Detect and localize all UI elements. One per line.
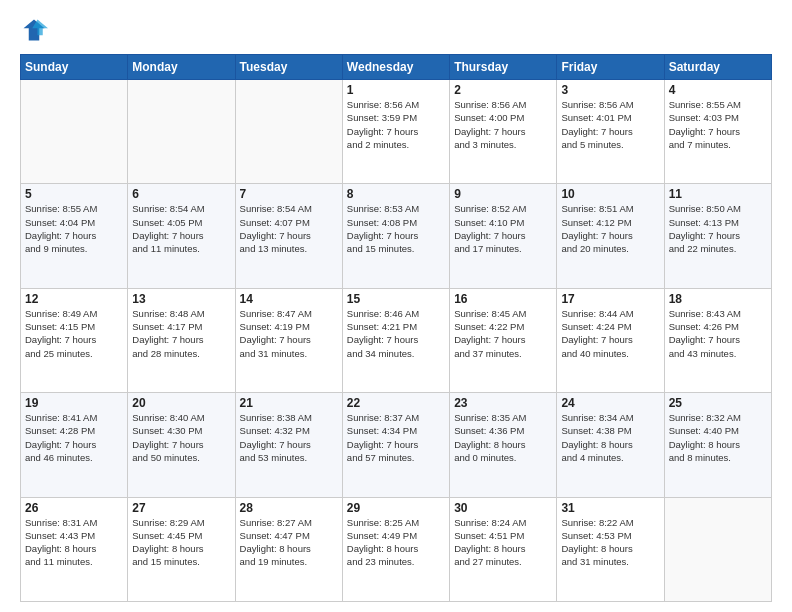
day-info: Sunrise: 8:56 AM Sunset: 3:59 PM Dayligh… xyxy=(347,98,445,151)
calendar-cell: 30Sunrise: 8:24 AM Sunset: 4:51 PM Dayli… xyxy=(450,497,557,601)
day-info: Sunrise: 8:45 AM Sunset: 4:22 PM Dayligh… xyxy=(454,307,552,360)
day-info: Sunrise: 8:52 AM Sunset: 4:10 PM Dayligh… xyxy=(454,202,552,255)
day-number: 22 xyxy=(347,396,445,410)
day-number: 9 xyxy=(454,187,552,201)
col-header-friday: Friday xyxy=(557,55,664,80)
week-row-2: 12Sunrise: 8:49 AM Sunset: 4:15 PM Dayli… xyxy=(21,288,772,392)
day-number: 26 xyxy=(25,501,123,515)
calendar-cell: 31Sunrise: 8:22 AM Sunset: 4:53 PM Dayli… xyxy=(557,497,664,601)
col-header-saturday: Saturday xyxy=(664,55,771,80)
day-info: Sunrise: 8:51 AM Sunset: 4:12 PM Dayligh… xyxy=(561,202,659,255)
calendar-cell: 21Sunrise: 8:38 AM Sunset: 4:32 PM Dayli… xyxy=(235,393,342,497)
week-row-1: 5Sunrise: 8:55 AM Sunset: 4:04 PM Daylig… xyxy=(21,184,772,288)
day-info: Sunrise: 8:27 AM Sunset: 4:47 PM Dayligh… xyxy=(240,516,338,569)
calendar-cell xyxy=(235,80,342,184)
calendar-cell: 22Sunrise: 8:37 AM Sunset: 4:34 PM Dayli… xyxy=(342,393,449,497)
calendar-cell xyxy=(128,80,235,184)
day-number: 6 xyxy=(132,187,230,201)
col-header-thursday: Thursday xyxy=(450,55,557,80)
calendar-cell: 16Sunrise: 8:45 AM Sunset: 4:22 PM Dayli… xyxy=(450,288,557,392)
logo-icon xyxy=(20,16,48,44)
calendar-cell: 23Sunrise: 8:35 AM Sunset: 4:36 PM Dayli… xyxy=(450,393,557,497)
week-row-3: 19Sunrise: 8:41 AM Sunset: 4:28 PM Dayli… xyxy=(21,393,772,497)
week-row-0: 1Sunrise: 8:56 AM Sunset: 3:59 PM Daylig… xyxy=(21,80,772,184)
day-number: 29 xyxy=(347,501,445,515)
day-info: Sunrise: 8:48 AM Sunset: 4:17 PM Dayligh… xyxy=(132,307,230,360)
day-info: Sunrise: 8:54 AM Sunset: 4:07 PM Dayligh… xyxy=(240,202,338,255)
calendar-cell: 5Sunrise: 8:55 AM Sunset: 4:04 PM Daylig… xyxy=(21,184,128,288)
day-number: 10 xyxy=(561,187,659,201)
calendar-cell: 1Sunrise: 8:56 AM Sunset: 3:59 PM Daylig… xyxy=(342,80,449,184)
day-info: Sunrise: 8:47 AM Sunset: 4:19 PM Dayligh… xyxy=(240,307,338,360)
calendar-cell: 26Sunrise: 8:31 AM Sunset: 4:43 PM Dayli… xyxy=(21,497,128,601)
day-number: 30 xyxy=(454,501,552,515)
day-info: Sunrise: 8:38 AM Sunset: 4:32 PM Dayligh… xyxy=(240,411,338,464)
calendar-cell: 24Sunrise: 8:34 AM Sunset: 4:38 PM Dayli… xyxy=(557,393,664,497)
calendar-cell: 2Sunrise: 8:56 AM Sunset: 4:00 PM Daylig… xyxy=(450,80,557,184)
col-header-sunday: Sunday xyxy=(21,55,128,80)
day-number: 5 xyxy=(25,187,123,201)
calendar-cell: 25Sunrise: 8:32 AM Sunset: 4:40 PM Dayli… xyxy=(664,393,771,497)
day-info: Sunrise: 8:53 AM Sunset: 4:08 PM Dayligh… xyxy=(347,202,445,255)
day-info: Sunrise: 8:54 AM Sunset: 4:05 PM Dayligh… xyxy=(132,202,230,255)
day-number: 7 xyxy=(240,187,338,201)
day-info: Sunrise: 8:50 AM Sunset: 4:13 PM Dayligh… xyxy=(669,202,767,255)
day-number: 21 xyxy=(240,396,338,410)
day-number: 1 xyxy=(347,83,445,97)
day-info: Sunrise: 8:24 AM Sunset: 4:51 PM Dayligh… xyxy=(454,516,552,569)
calendar-cell xyxy=(664,497,771,601)
day-info: Sunrise: 8:31 AM Sunset: 4:43 PM Dayligh… xyxy=(25,516,123,569)
col-header-wednesday: Wednesday xyxy=(342,55,449,80)
calendar-cell: 15Sunrise: 8:46 AM Sunset: 4:21 PM Dayli… xyxy=(342,288,449,392)
day-number: 20 xyxy=(132,396,230,410)
calendar-cell: 20Sunrise: 8:40 AM Sunset: 4:30 PM Dayli… xyxy=(128,393,235,497)
day-info: Sunrise: 8:55 AM Sunset: 4:03 PM Dayligh… xyxy=(669,98,767,151)
day-info: Sunrise: 8:44 AM Sunset: 4:24 PM Dayligh… xyxy=(561,307,659,360)
day-info: Sunrise: 8:43 AM Sunset: 4:26 PM Dayligh… xyxy=(669,307,767,360)
calendar-cell: 19Sunrise: 8:41 AM Sunset: 4:28 PM Dayli… xyxy=(21,393,128,497)
day-info: Sunrise: 8:34 AM Sunset: 4:38 PM Dayligh… xyxy=(561,411,659,464)
day-number: 19 xyxy=(25,396,123,410)
day-number: 25 xyxy=(669,396,767,410)
day-info: Sunrise: 8:32 AM Sunset: 4:40 PM Dayligh… xyxy=(669,411,767,464)
day-info: Sunrise: 8:56 AM Sunset: 4:00 PM Dayligh… xyxy=(454,98,552,151)
day-number: 11 xyxy=(669,187,767,201)
col-header-tuesday: Tuesday xyxy=(235,55,342,80)
day-number: 14 xyxy=(240,292,338,306)
page: SundayMondayTuesdayWednesdayThursdayFrid… xyxy=(0,0,792,612)
day-info: Sunrise: 8:56 AM Sunset: 4:01 PM Dayligh… xyxy=(561,98,659,151)
calendar-cell: 6Sunrise: 8:54 AM Sunset: 4:05 PM Daylig… xyxy=(128,184,235,288)
day-number: 16 xyxy=(454,292,552,306)
calendar-cell: 13Sunrise: 8:48 AM Sunset: 4:17 PM Dayli… xyxy=(128,288,235,392)
calendar-cell: 14Sunrise: 8:47 AM Sunset: 4:19 PM Dayli… xyxy=(235,288,342,392)
calendar-cell: 4Sunrise: 8:55 AM Sunset: 4:03 PM Daylig… xyxy=(664,80,771,184)
calendar-cell: 9Sunrise: 8:52 AM Sunset: 4:10 PM Daylig… xyxy=(450,184,557,288)
logo xyxy=(20,16,52,44)
day-info: Sunrise: 8:29 AM Sunset: 4:45 PM Dayligh… xyxy=(132,516,230,569)
calendar-header-row: SundayMondayTuesdayWednesdayThursdayFrid… xyxy=(21,55,772,80)
day-info: Sunrise: 8:41 AM Sunset: 4:28 PM Dayligh… xyxy=(25,411,123,464)
day-number: 31 xyxy=(561,501,659,515)
day-number: 12 xyxy=(25,292,123,306)
calendar-cell: 17Sunrise: 8:44 AM Sunset: 4:24 PM Dayli… xyxy=(557,288,664,392)
calendar-cell: 7Sunrise: 8:54 AM Sunset: 4:07 PM Daylig… xyxy=(235,184,342,288)
day-info: Sunrise: 8:49 AM Sunset: 4:15 PM Dayligh… xyxy=(25,307,123,360)
calendar-cell: 27Sunrise: 8:29 AM Sunset: 4:45 PM Dayli… xyxy=(128,497,235,601)
day-number: 27 xyxy=(132,501,230,515)
day-info: Sunrise: 8:37 AM Sunset: 4:34 PM Dayligh… xyxy=(347,411,445,464)
calendar-cell: 3Sunrise: 8:56 AM Sunset: 4:01 PM Daylig… xyxy=(557,80,664,184)
calendar-cell xyxy=(21,80,128,184)
day-info: Sunrise: 8:46 AM Sunset: 4:21 PM Dayligh… xyxy=(347,307,445,360)
day-number: 15 xyxy=(347,292,445,306)
day-number: 18 xyxy=(669,292,767,306)
calendar-cell: 12Sunrise: 8:49 AM Sunset: 4:15 PM Dayli… xyxy=(21,288,128,392)
day-info: Sunrise: 8:55 AM Sunset: 4:04 PM Dayligh… xyxy=(25,202,123,255)
day-number: 4 xyxy=(669,83,767,97)
day-number: 13 xyxy=(132,292,230,306)
calendar-cell: 29Sunrise: 8:25 AM Sunset: 4:49 PM Dayli… xyxy=(342,497,449,601)
calendar-table: SundayMondayTuesdayWednesdayThursdayFrid… xyxy=(20,54,772,602)
day-number: 3 xyxy=(561,83,659,97)
calendar-cell: 10Sunrise: 8:51 AM Sunset: 4:12 PM Dayli… xyxy=(557,184,664,288)
calendar-cell: 28Sunrise: 8:27 AM Sunset: 4:47 PM Dayli… xyxy=(235,497,342,601)
calendar-cell: 8Sunrise: 8:53 AM Sunset: 4:08 PM Daylig… xyxy=(342,184,449,288)
